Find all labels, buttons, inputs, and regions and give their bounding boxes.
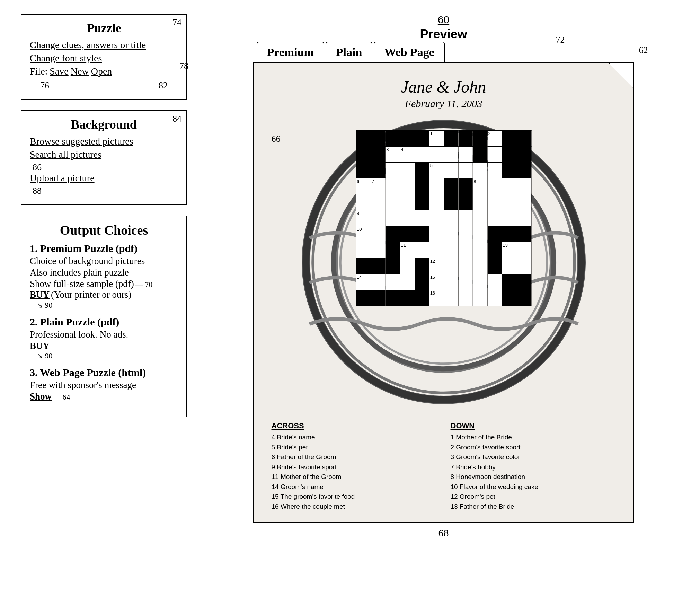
output-item-3-show: Show — 64 <box>30 391 178 402</box>
background-box-title: Background <box>71 117 136 132</box>
show-sample-link[interactable]: Show full-size sample (pdf) <box>30 279 134 289</box>
buy-link-1[interactable]: BUY <box>30 289 50 300</box>
cell-r1c11 <box>517 147 531 163</box>
cell-r0c7 <box>458 131 472 147</box>
down-clue-2: 2 Groom's favorite sport <box>451 443 616 453</box>
new-link[interactable]: New <box>71 66 89 77</box>
cell-r3c7 <box>458 178 472 194</box>
cell-r5c10 <box>502 210 517 226</box>
preview-label: Preview <box>420 27 467 42</box>
ref-82: 82 <box>159 80 168 91</box>
grid-row-9: 14 15 <box>356 274 531 290</box>
change-font-link[interactable]: Change font styles <box>30 53 178 64</box>
grid-row-10: 16 <box>356 290 531 306</box>
preview-wrapper: 72 Premium Plain Web Page 62 Jane & John… <box>253 42 634 539</box>
grid-row-0: 1 2 <box>356 131 531 147</box>
cell-r5c2 <box>386 210 400 226</box>
cell-r9c0: 14 <box>356 274 371 290</box>
down-clue-8: 13 Father of the Bride <box>451 502 616 512</box>
across-header: ACROSS <box>272 421 437 430</box>
cell-r4c11 <box>517 194 531 210</box>
grid-row-1: 3 4 <box>356 147 531 163</box>
across-clue-4: 9 Bride's favorite sport <box>272 462 437 472</box>
cell-r3c4 <box>415 178 429 194</box>
cell-r6c11 <box>517 226 531 242</box>
cell-r0c3 <box>400 131 415 147</box>
across-clue-6: 14 Groom's name <box>272 482 437 492</box>
cell-r1c8 <box>473 147 487 163</box>
down-clue-4: 7 Bride's hobby <box>451 462 616 472</box>
page-ref-62: 62 <box>639 45 648 55</box>
puzzle-title: Jane & John <box>268 77 619 96</box>
cell-r9c9 <box>487 274 502 290</box>
clues-section: ACROSS 4 Bride's name 5 Bride's pet 6 Fa… <box>268 421 619 512</box>
output-item-1-buy: BUY (Your printer or ours) <box>30 289 178 301</box>
open-link[interactable]: Open <box>91 66 112 77</box>
cell-r10c1 <box>371 290 385 306</box>
output-item-1-line1: Choice of background pictures <box>30 256 178 267</box>
down-clue-5: 8 Honeymoon destination <box>451 472 616 482</box>
output-item-1: 1. Premium Puzzle (pdf) Choice of backgr… <box>30 243 178 310</box>
output-item-2: 2. Plain Puzzle (pdf) Professional look.… <box>30 316 178 360</box>
grid-row-4 <box>356 194 531 210</box>
down-clue-1: 1 Mother of the Bride <box>451 433 616 443</box>
cell-r3c11 <box>517 178 531 194</box>
cell-r3c10 <box>502 178 517 194</box>
cell-r4c1 <box>371 194 385 210</box>
cell-r2c1 <box>371 163 385 178</box>
ref-90-2: ↘ 90 <box>37 351 53 360</box>
cell-r7c1 <box>371 242 385 258</box>
show-link[interactable]: Show <box>30 391 52 402</box>
cell-r5c9 <box>487 210 502 226</box>
cell-r1c5 <box>429 147 444 163</box>
tab-plain[interactable]: Plain <box>326 42 373 62</box>
across-clue-2: 5 Bride's pet <box>272 443 437 453</box>
ref-90-1: ↘ 90 <box>37 301 53 310</box>
cell-r9c10 <box>502 274 517 290</box>
cell-r6c4 <box>415 226 429 242</box>
cell-r9c5: 15 <box>429 274 444 290</box>
search-link[interactable]: Search all pictures <box>30 149 178 160</box>
cell-r8c7 <box>458 258 472 274</box>
cell-r4c2 <box>386 194 400 210</box>
left-panel: Puzzle 74 Change clues, answers or title… <box>21 14 187 417</box>
upload-link[interactable]: Upload a picture <box>30 173 178 184</box>
cell-r10c2 <box>386 290 400 306</box>
cell-r7c2 <box>386 242 400 258</box>
output-item-3: 3. Web Page Puzzle (html) Free with spon… <box>30 367 178 402</box>
cell-r4c8 <box>473 194 487 210</box>
browse-link[interactable]: Browse suggested pictures <box>30 136 178 147</box>
cell-r0c10 <box>502 131 517 147</box>
cell-r7c7 <box>458 242 472 258</box>
cell-r1c1 <box>371 147 385 163</box>
cell-r2c5: 5 <box>429 163 444 178</box>
across-clue-8: 16 Where the couple met <box>272 502 437 512</box>
down-column: DOWN 1 Mother of the Bride 2 Groom's fav… <box>451 421 616 512</box>
change-clues-link[interactable]: Change clues, answers or title <box>30 40 178 51</box>
tab-bar: 72 Premium Plain Web Page 62 <box>253 42 634 62</box>
bottom-ref: 68 <box>253 527 634 539</box>
tab-webpage[interactable]: Web Page <box>374 42 444 62</box>
cell-r2c3 <box>400 163 415 178</box>
cell-r3c0: 6 <box>356 178 371 194</box>
cell-r8c3 <box>400 258 415 274</box>
tab-premium[interactable]: Premium <box>257 42 324 62</box>
cell-r7c0 <box>356 242 371 258</box>
grid-row-7: 11 13 <box>356 242 531 258</box>
across-clue-5: 11 Mother of the Groom <box>272 472 437 482</box>
cell-r7c11 <box>517 242 531 258</box>
cell-r8c9 <box>487 258 502 274</box>
down-clue-7: 12 Groom's pet <box>451 492 616 502</box>
buy-link-2[interactable]: BUY <box>30 341 50 351</box>
cell-r8c8 <box>473 258 487 274</box>
cell-r6c1 <box>371 226 385 242</box>
grid-row-8: 12 <box>356 258 531 274</box>
down-clue-3: 3 Groom's favorite color <box>451 452 616 462</box>
cell-r10c7 <box>458 290 472 306</box>
preview-page: Jane & John February 11, 2003 <box>253 62 634 523</box>
cell-r4c5 <box>429 194 444 210</box>
save-link[interactable]: Save <box>50 66 68 77</box>
browse-link-row: Browse suggested pictures <box>30 136 178 147</box>
across-clue-3: 6 Father of the Groom <box>272 452 437 462</box>
ref-88: 88 <box>33 186 42 196</box>
